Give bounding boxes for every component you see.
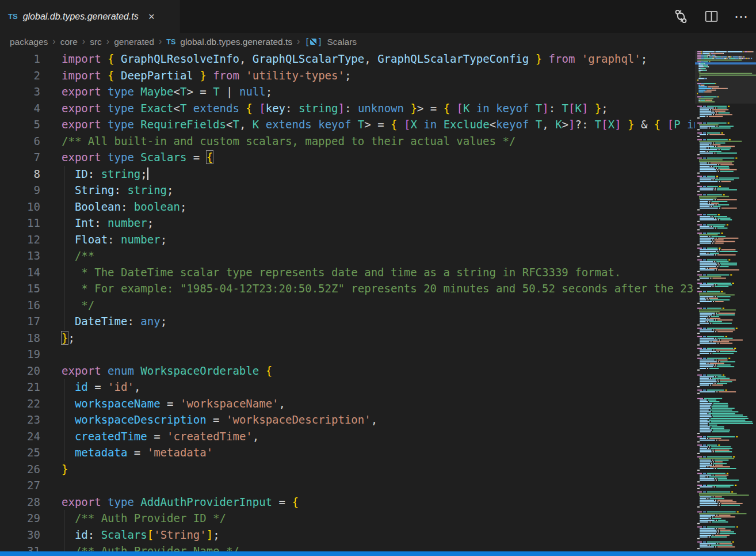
code-text: /** All built-in and custom scalars, map… [62, 133, 516, 150]
line-number[interactable]: 13 [0, 247, 40, 264]
code-line[interactable]: 16 */ [0, 297, 756, 314]
chevron-right-icon: › [52, 36, 55, 47]
code-text: export type Maybe<T> = T | null; [62, 83, 272, 100]
symbol-type-icon: [] [304, 37, 322, 47]
line-number[interactable]: 28 [0, 494, 40, 511]
chevron-right-icon: › [297, 36, 300, 47]
breadcrumb-item-src[interactable]: src [90, 37, 102, 47]
line-number[interactable]: 3 [0, 83, 40, 100]
breadcrumb: packages › core › src › generated › TS g… [0, 33, 756, 51]
line-number[interactable]: 4 [0, 100, 40, 117]
code-text: createdTime = 'createdTime', [62, 428, 259, 445]
minimap-canvas [695, 51, 756, 551]
breadcrumb-item-filename[interactable]: global.db.types.generated.ts [180, 37, 292, 47]
code-line[interactable]: 12 Float: number; [0, 231, 756, 248]
code-text: /** Auth Provider ID */ [62, 510, 226, 527]
code-line[interactable]: 3export type Maybe<T> = T | null; [0, 83, 756, 100]
code-text: import { GraphQLResolveInfo, GraphQLScal… [62, 51, 647, 67]
breadcrumb-item-symbol[interactable]: Scalars [327, 37, 357, 47]
code-text: DateTime: any; [62, 313, 167, 330]
code-line[interactable]: 9 String: string; [0, 182, 756, 199]
compare-changes-icon[interactable] [673, 9, 689, 24]
code-line[interactable]: 14 * The DateTime scalar type represents… [0, 264, 756, 281]
line-number[interactable]: 27 [0, 477, 40, 494]
typescript-file-icon: TS [8, 12, 18, 21]
line-number[interactable]: 31 [0, 543, 40, 551]
code-line[interactable]: 11 Int: number; [0, 215, 756, 231]
code-line[interactable]: 28export type AddAuthProviderInput = { [0, 494, 756, 511]
line-number[interactable]: 23 [0, 412, 40, 428]
breadcrumb-item-core[interactable]: core [60, 37, 78, 47]
code-text: Float: number; [62, 231, 167, 248]
breadcrumb-item-generated[interactable]: generated [114, 37, 154, 47]
code-line[interactable]: 18}; [0, 330, 756, 346]
line-number[interactable]: 16 [0, 297, 40, 314]
line-number[interactable]: 2 [0, 67, 40, 84]
code-text: workspaceName = 'workspaceName', [62, 395, 285, 412]
line-number[interactable]: 20 [0, 363, 40, 379]
line-number[interactable]: 9 [0, 182, 40, 199]
code-text: ID: string; [62, 166, 148, 182]
line-number[interactable]: 22 [0, 395, 40, 412]
line-number[interactable]: 7 [0, 149, 40, 166]
code-text: metadata = 'metadata' [62, 444, 213, 461]
line-number[interactable]: 25 [0, 444, 40, 461]
code-line[interactable]: 21 id = 'id', [0, 379, 756, 395]
code-line[interactable]: 29 /** Auth Provider ID */ [0, 510, 756, 527]
line-number[interactable]: 8 [0, 166, 40, 182]
line-number[interactable]: 5 [0, 116, 40, 133]
code-text: export enum WorkspaceOrderable { [62, 363, 272, 379]
line-number[interactable]: 1 [0, 51, 40, 67]
code-line[interactable]: 19 [0, 346, 756, 363]
line-number[interactable]: 30 [0, 527, 40, 543]
code-line[interactable]: 7export type Scalars = { [0, 149, 756, 166]
code-line[interactable]: 26} [0, 461, 756, 478]
code-line[interactable]: 5export type RequireFields<T, K extends … [0, 116, 756, 133]
code-line[interactable]: 2import { DeepPartial } from 'utility-ty… [0, 67, 756, 84]
code-line[interactable]: 10 Boolean: boolean; [0, 199, 756, 215]
code-line[interactable]: 20export enum WorkspaceOrderable { [0, 363, 756, 379]
code-line[interactable]: 25 metadata = 'metadata' [0, 444, 756, 461]
code-line[interactable]: 22 workspaceName = 'workspaceName', [0, 395, 756, 412]
code-text: import { DeepPartial } from 'utility-typ… [62, 67, 351, 84]
code-line[interactable]: 27 [0, 477, 756, 494]
line-number[interactable]: 18 [0, 330, 40, 346]
chevron-right-icon: › [106, 36, 109, 47]
split-editor-icon[interactable] [704, 9, 719, 24]
code-line[interactable]: 8 ID: string; [0, 166, 756, 182]
code-line[interactable]: 4export type Exact<T extends { [key: str… [0, 100, 756, 117]
line-number[interactable]: 6 [0, 133, 40, 150]
line-number[interactable]: 10 [0, 199, 40, 215]
code-line[interactable]: 23 workspaceDescription = 'workspaceDesc… [0, 412, 756, 428]
breadcrumb-item-packages[interactable]: packages [10, 37, 48, 47]
code-line[interactable]: 17 DateTime: any; [0, 313, 756, 330]
tab-label: global.db.types.generated.ts [23, 12, 139, 22]
code-text: * For example: "1985-04-12T23:20:50.52Z"… [62, 280, 707, 297]
line-number[interactable]: 26 [0, 461, 40, 478]
line-number[interactable]: 11 [0, 215, 40, 231]
line-number[interactable]: 19 [0, 346, 40, 363]
line-number[interactable]: 29 [0, 510, 40, 527]
close-tab-icon[interactable]: × [148, 11, 155, 22]
minimap[interactable] [695, 51, 756, 551]
tab-global-db-types-generated[interactable]: TS global.db.types.generated.ts × [0, 0, 180, 33]
code-editor[interactable]: 1import { GraphQLResolveInfo, GraphQLSca… [0, 51, 756, 551]
code-line[interactable]: 30 id: Scalars['String']; [0, 527, 756, 543]
line-number[interactable]: 14 [0, 264, 40, 281]
line-number[interactable]: 17 [0, 313, 40, 330]
line-number[interactable]: 12 [0, 231, 40, 248]
code-line[interactable]: 6/** All built-in and custom scalars, ma… [0, 133, 756, 150]
code-line[interactable]: 24 createdTime = 'createdTime', [0, 428, 756, 445]
status-bar-edge [0, 551, 756, 556]
code-text: workspaceDescription = 'workspaceDescrip… [62, 412, 377, 428]
code-text: id = 'id', [62, 379, 140, 395]
line-number[interactable]: 15 [0, 280, 40, 297]
code-line[interactable]: 13 /** [0, 247, 756, 264]
code-line[interactable]: 31 /** Auth Provider Name */ [0, 543, 756, 551]
code-line[interactable]: 1import { GraphQLResolveInfo, GraphQLSca… [0, 51, 756, 67]
code-text: /** [62, 247, 94, 264]
line-number[interactable]: 21 [0, 379, 40, 395]
code-line[interactable]: 15 * For example: "1985-04-12T23:20:50.5… [0, 280, 756, 297]
line-number[interactable]: 24 [0, 428, 40, 445]
text-cursor [147, 167, 148, 180]
